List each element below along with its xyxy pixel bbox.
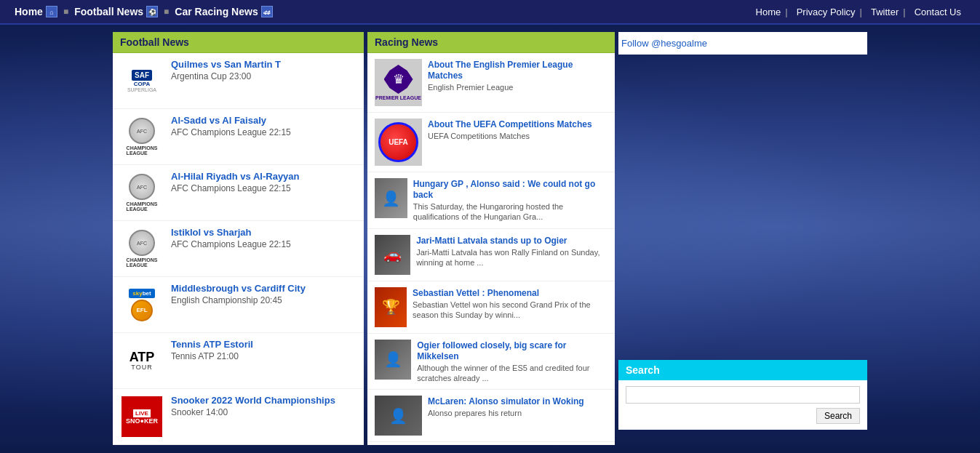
search-header: Search bbox=[618, 360, 867, 380]
nav-twitter[interactable]: Twitter bbox=[867, 7, 910, 17]
racing-item-4-sub: Jari-Matti Latvala has won Rally Finland… bbox=[416, 247, 607, 268]
trophy-icon: 🏆 bbox=[382, 298, 400, 316]
football-item-7-link[interactable]: Snooker 2022 World Championships bbox=[171, 395, 335, 406]
list-item: ATP TOUR Tennis ATP Estoril Tennis ATP 2… bbox=[113, 333, 364, 389]
football-item-1-link[interactable]: Quilmes vs San Martin T bbox=[171, 59, 281, 70]
search-button[interactable]: Search bbox=[816, 408, 860, 424]
premier-league-logo: ♛ PREMIER LEAGUE bbox=[375, 59, 422, 106]
football-item-6-sub: Tennis ATP 21:00 bbox=[171, 351, 253, 361]
list-item: ♛ PREMIER LEAGUE About The English Premi… bbox=[367, 53, 615, 113]
person-icon: 👤 bbox=[382, 190, 400, 207]
skybet-logo: skybet EFL bbox=[120, 283, 164, 326]
afc-logo-3: AFC CHAMPIONSLEAGUE bbox=[120, 227, 164, 270]
separator-2: ■ bbox=[164, 7, 169, 17]
vettel-thumbnail: 🏆 bbox=[375, 287, 407, 327]
football-item-5-sub: English Championship 20:45 bbox=[171, 295, 306, 305]
racing-nav-label: Car Racing News bbox=[175, 6, 258, 17]
football-item-4-text: Istiklol vs Sharjah AFC Champions League… bbox=[171, 227, 291, 249]
racing-item-7-sub: Alonso prepares his return bbox=[428, 408, 584, 418]
racing-item-7-link[interactable]: McLaren: Alonso simulator in Woking bbox=[428, 396, 584, 406]
uefa-logo: UEFA bbox=[375, 119, 422, 166]
top-navigation: Home ⌂ ■ Football News ⚽ ■ Car Racing Ne… bbox=[0, 0, 980, 25]
ogier-thumbnail: 👤 bbox=[375, 340, 411, 380]
search-widget: Search Search bbox=[618, 360, 867, 430]
racing-header-label: Racing News bbox=[375, 36, 438, 48]
person3-icon: 👤 bbox=[389, 407, 407, 425]
snooker-logo: LIVE SNO●KER bbox=[120, 395, 164, 438]
racing-item-1-text: About The English Premier League Matches… bbox=[428, 59, 607, 92]
copa-logo: SAF COPA SUPERLIGA bbox=[120, 59, 164, 103]
list-item: SAF COPA SUPERLIGA Quilmes vs San Martin… bbox=[113, 53, 364, 109]
football-item-6-text: Tennis ATP Estoril Tennis ATP 21:00 bbox=[171, 339, 253, 361]
racing-item-2-sub: UEFA Competitions Matches bbox=[428, 131, 592, 141]
football-panel-header: Football News bbox=[113, 32, 364, 53]
football-item-3-link[interactable]: Al-Hilal Riyadh vs Al-Rayyan bbox=[171, 171, 300, 182]
racing-item-6-text: Ogier followed closely, big scare for Mi… bbox=[417, 340, 607, 384]
home-icon: ⌂ bbox=[46, 6, 57, 17]
racing-item-2-text: About The UEFA Competitions Matches UEFA… bbox=[428, 119, 592, 141]
racing-icon: 🏎 bbox=[261, 6, 273, 17]
list-item: 👤 Ogier followed closely, big scare for … bbox=[367, 334, 615, 390]
right-panel: Follow @hesgoalme Search Search bbox=[618, 32, 867, 445]
twitter-follow-link[interactable]: Follow @hesgoalme bbox=[618, 32, 867, 55]
racing-panel-header: Racing News bbox=[367, 32, 615, 53]
racing-item-6-sub: Although the winner of the ES5 and credi… bbox=[417, 363, 607, 384]
football-header-label: Football News bbox=[120, 36, 189, 48]
racing-item-5-sub: Sebastian Vettel won his second Grand Pr… bbox=[413, 300, 607, 321]
afc-logo-1: AFC CHAMPIONSLEAGUE bbox=[120, 115, 164, 159]
racing-item-3-link[interactable]: Hungary GP , Alonso said : We could not … bbox=[413, 179, 595, 200]
search-input[interactable] bbox=[626, 386, 860, 404]
list-item: 🚗 Jari-Matti Latvala stands up to Ogier … bbox=[367, 229, 615, 281]
home-label: Home bbox=[15, 6, 43, 17]
football-nav-label: Football News bbox=[74, 6, 143, 17]
football-item-6-link[interactable]: Tennis ATP Estoril bbox=[171, 339, 253, 350]
afc-logo-2: AFC CHAMPIONSLEAGUE bbox=[120, 171, 164, 215]
list-item: 👤 Hungary GP , Alonso said : We could no… bbox=[367, 172, 615, 229]
alonso-thumbnail: 👤 bbox=[375, 396, 422, 436]
atp-logo: ATP TOUR bbox=[120, 339, 164, 382]
football-item-2-sub: AFC Champions League 22:15 bbox=[171, 127, 291, 137]
list-item: LIVE SNO●KER Snooker 2022 World Champion… bbox=[113, 389, 364, 445]
football-item-2-text: Al-Sadd vs Al Faisaly AFC Champions Leag… bbox=[171, 115, 291, 137]
football-item-5-text: Middlesbrough vs Cardiff City English Ch… bbox=[171, 283, 306, 305]
football-item-1-sub: Argentina Cup 23:00 bbox=[171, 71, 281, 81]
nav-home-right[interactable]: Home bbox=[752, 7, 792, 17]
nav-football-link[interactable]: Football News ⚽ bbox=[74, 6, 158, 17]
list-item: UEFA About The UEFA Competitions Matches… bbox=[367, 113, 615, 172]
racing-item-6-link[interactable]: Ogier followed closely, big scare for Mi… bbox=[417, 340, 566, 361]
car-icon: 🚗 bbox=[383, 246, 402, 263]
search-body: Search bbox=[618, 380, 867, 430]
racing-item-1-sub: English Premier League bbox=[428, 82, 607, 92]
football-item-4-sub: AFC Champions League 22:15 bbox=[171, 239, 291, 249]
nav-home-link[interactable]: Home ⌂ bbox=[15, 6, 57, 17]
football-item-7-text: Snooker 2022 World Championships Snooker… bbox=[171, 395, 335, 417]
separator-1: ■ bbox=[63, 7, 68, 17]
football-item-3-text: Al-Hilal Riyadh vs Al-Rayyan AFC Champio… bbox=[171, 171, 300, 193]
main-wrapper: Football News SAF COPA SUPERLIGA Quilmes… bbox=[0, 25, 980, 452]
nav-left: Home ⌂ ■ Football News ⚽ ■ Car Racing Ne… bbox=[15, 6, 273, 17]
football-panel: Football News SAF COPA SUPERLIGA Quilmes… bbox=[113, 32, 364, 445]
nav-contact[interactable]: Contact Us bbox=[910, 7, 965, 17]
racing-item-5-text: Sebastian Vettel : Phenomenal Sebastian … bbox=[413, 287, 607, 321]
racing-item-2-link[interactable]: About The UEFA Competitions Matches bbox=[428, 119, 592, 129]
list-item: 👤 McLaren: Alonso simulator in Woking Al… bbox=[367, 390, 615, 442]
hungary-thumbnail: 👤 bbox=[375, 178, 407, 218]
list-item: AFC CHAMPIONSLEAGUE Al-Hilal Riyadh vs A… bbox=[113, 165, 364, 221]
latvala-thumbnail: 🚗 bbox=[375, 235, 410, 275]
list-item: AFC CHAMPIONSLEAGUE Al-Sadd vs Al Faisal… bbox=[113, 109, 364, 165]
nav-privacy[interactable]: Privacy Policy bbox=[792, 7, 867, 17]
nav-right: Home Privacy Policy Twitter Contact Us bbox=[752, 7, 965, 17]
football-item-5-link[interactable]: Middlesbrough vs Cardiff City bbox=[171, 283, 306, 294]
nav-racing-link[interactable]: Car Racing News 🏎 bbox=[175, 6, 272, 17]
football-item-3-sub: AFC Champions League 22:15 bbox=[171, 183, 300, 193]
racing-item-3-text: Hungary GP , Alonso said : We could not … bbox=[413, 178, 607, 223]
football-item-4-link[interactable]: Istiklol vs Sharjah bbox=[171, 227, 252, 238]
list-item: skybet EFL Middlesbrough vs Cardiff City… bbox=[113, 277, 364, 333]
football-item-2-link[interactable]: Al-Sadd vs Al Faisaly bbox=[171, 115, 266, 126]
racing-item-4-link[interactable]: Jari-Matti Latvala stands up to Ogier bbox=[416, 236, 567, 246]
racing-item-7-text: McLaren: Alonso simulator in Woking Alon… bbox=[428, 396, 584, 418]
football-icon: ⚽ bbox=[146, 6, 158, 17]
racing-item-1-link[interactable]: About The English Premier League Matches bbox=[428, 60, 573, 81]
football-item-7-sub: Snooker 14:00 bbox=[171, 407, 335, 417]
racing-item-5-link[interactable]: Sebastian Vettel : Phenomenal bbox=[413, 288, 539, 298]
